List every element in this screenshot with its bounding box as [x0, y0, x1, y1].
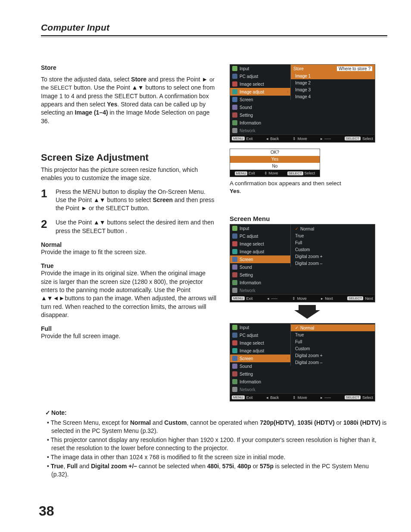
osd-row-sound: Sound: [230, 103, 290, 111]
step-2: 2 Use the Point ▲▼ buttons select the de…: [41, 218, 218, 235]
osd-row-input: Input: [230, 324, 290, 331]
check-icon: ✓: [295, 227, 299, 231]
osd-sub-item: Custom: [291, 246, 375, 253]
rule-thick: [41, 35, 387, 36]
osd-sub-item: True: [291, 232, 375, 239]
menu-key-icon: MENU: [232, 395, 245, 399]
osd-sub-item: Digital zoom –: [291, 260, 375, 267]
osd-sub-item: True: [291, 331, 375, 338]
check-icon: ✓: [295, 326, 299, 330]
svg-marker-0: [294, 305, 320, 319]
triangle-left-icon: ◂: [266, 395, 268, 400]
note-item: The Screen Menu, except for Normal and C…: [45, 419, 387, 435]
screen-icon: [232, 96, 238, 103]
osd-sub-header: Store Where to store ?: [291, 65, 375, 72]
osd-main-list: Input PC adjust Image select Image adjus…: [230, 65, 290, 134]
osd-row-setting: Setting: [230, 271, 290, 279]
osd-sub-item: Image 2: [291, 79, 375, 86]
note-item: The image data in other than 1024 x 768 …: [45, 453, 387, 461]
select-key-icon: SELECT: [345, 137, 361, 140]
osd-row-information: Information: [230, 119, 290, 127]
osd-row-imageselect: Image select: [230, 339, 290, 347]
imageadjust-icon: [232, 89, 238, 95]
osd-row-network: Network: [230, 386, 290, 393]
osd-row-information: Information: [230, 378, 290, 386]
confirm-question: OK?: [230, 149, 320, 156]
mode-true-heading: True: [41, 262, 218, 269]
osd-row-imageselect: Image select: [230, 240, 290, 248]
osd-row-sound: Sound: [230, 263, 290, 271]
osd-nav-bar: MENUExit ◂Back ⇕Move ▸----- SELECTSelect: [230, 134, 375, 142]
notes-section: ✓Note: The Screen Menu, except for Norma…: [41, 409, 387, 478]
osd-row-imageadjust: Image adjust‹: [230, 88, 290, 96]
osd-screen-menu-1: Input PC adjust Image select Image adjus…: [230, 224, 375, 302]
left-column: Store To store the adjusted data, select…: [41, 64, 218, 401]
osd-row-input: Input: [230, 65, 290, 72]
input-icon: [232, 65, 238, 72]
updown-icon: ⇕: [292, 296, 296, 301]
select-key-icon: SELECT: [287, 171, 303, 175]
network-icon: [232, 128, 238, 134]
osd-sub-item: Full: [291, 338, 375, 345]
mode-true-text: Provide the image in its original size. …: [41, 269, 218, 319]
osd-row-imageselect: Image select: [230, 80, 290, 88]
page-section-title: Computer Input: [41, 22, 387, 33]
setting-icon: [232, 112, 238, 118]
osd-row-imageadjust: Image adjust: [230, 248, 290, 255]
mode-full-heading: Full: [41, 325, 218, 332]
osd-sub-item: Digital zoom +: [291, 253, 375, 260]
step-number: 2: [41, 218, 50, 235]
ssa-intro: This projector has the picture screen re…: [41, 166, 218, 183]
imageselect-icon: [232, 81, 238, 87]
ssa-heading: Screen Size Adjustment: [41, 152, 218, 163]
osd-nav-bar: MENUExit ◂Back ⇕Move ▸----- SELECTSelect: [230, 393, 375, 401]
select-key-icon: SELECT: [345, 395, 361, 399]
osd-row-imageadjust: Image adjust: [230, 347, 290, 355]
triangle-left-icon: ◂: [266, 137, 268, 141]
osd-nav-bar: MENUExit ◂----- ⇕Move ▸Next SELECTNext: [230, 294, 375, 302]
triangle-right-icon: ▸: [321, 395, 323, 400]
header: Computer Input: [41, 22, 387, 37]
down-arrow-icon: [230, 305, 385, 321]
info-icon: [232, 120, 238, 126]
store-paragraph: To store the adjusted data, select Store…: [41, 75, 218, 125]
osd-row-network: Network: [230, 286, 290, 294]
osd-row-pcadjust: PC adjust: [230, 232, 290, 240]
note-item: True, Full and Digital zoom +/– cannot b…: [45, 462, 387, 479]
osd-screen-menu-2: Input PC adjust Image select Image adjus…: [230, 323, 375, 401]
confirm-yes: Yes: [230, 156, 320, 163]
triangle-left-icon: ◂: [267, 296, 269, 301]
osd-row-setting: Setting: [230, 111, 290, 119]
page-number: 38: [39, 503, 54, 519]
select-key-icon: SELECT: [347, 296, 363, 300]
osd-sub-item: Full: [291, 239, 375, 246]
osd-sub-panel: Store Where to store ? Image 1 Image 2 I…: [290, 65, 375, 100]
osd-row-screen: Screen‹: [230, 355, 290, 362]
sound-icon: [232, 104, 238, 110]
osd-sub-item: Image 1: [291, 72, 375, 79]
osd-sub-list: Image 1 Image 2 Image 3 Image 4: [291, 72, 375, 100]
updown-icon: ⇕: [293, 137, 296, 141]
note-item: This projector cannot display any resolu…: [45, 436, 387, 452]
osd-row-sound: Sound: [230, 362, 290, 370]
mode-full-text: Provide the full screen image.: [41, 332, 218, 340]
menu-key-icon: MENU: [232, 296, 245, 300]
osd-row-pcadjust: PC adjust: [230, 331, 290, 339]
menu-key-icon: MENU: [232, 137, 245, 140]
osd-sub-item: Image 4: [291, 93, 375, 100]
confirm-dialog: OK? Yes No MENU Exit ⇕ Move SELECT Selec…: [230, 149, 320, 177]
confirm-nav-bar: MENU Exit ⇕ Move SELECT Select: [230, 170, 320, 177]
osd-store-menu: Input PC adjust Image select Image adjus…: [230, 64, 375, 143]
confirm-caption: A confirmation box appears and then sele…: [230, 180, 342, 195]
step-number: 1: [41, 188, 50, 213]
step-text: Press the MENU button to display the On-…: [56, 188, 218, 213]
osd-row-input: Input: [230, 224, 290, 232]
right-column: Input PC adjust Image select Image adjus…: [230, 64, 385, 401]
osd-row-network: Network: [230, 127, 290, 134]
step-1: 1 Press the MENU button to display the O…: [41, 188, 218, 213]
chevron-right-icon: ›: [287, 257, 288, 261]
osd-row-screen: Screen›: [230, 255, 290, 263]
where-to-store-label: Where to store ?: [337, 66, 372, 71]
mode-normal-heading: Normal: [41, 241, 218, 248]
updown-icon: ⇕: [264, 171, 268, 175]
